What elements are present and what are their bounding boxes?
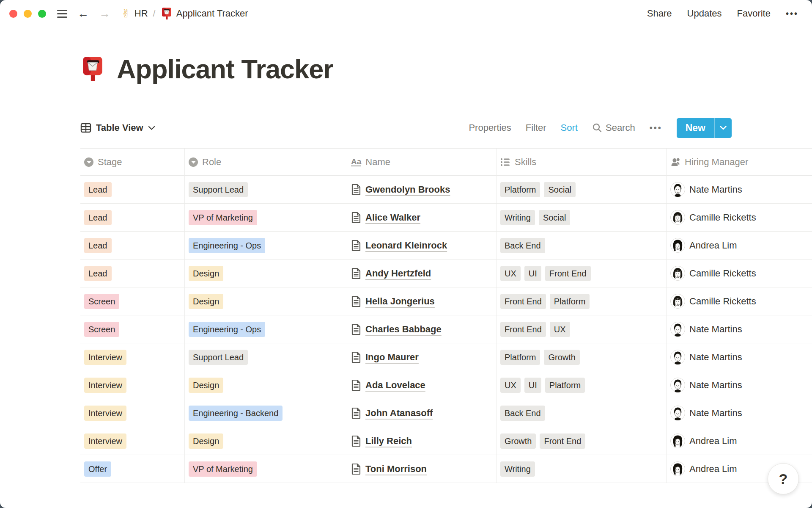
view-more-options-icon[interactable]: ••• — [650, 123, 662, 133]
stage-tag[interactable]: Lead — [84, 238, 112, 253]
stage-tag[interactable]: Interview — [84, 406, 126, 421]
stage-tag[interactable]: Screen — [84, 294, 119, 309]
skill-tag[interactable]: Front End — [545, 266, 591, 281]
name-cell[interactable]: Charles Babbage — [347, 315, 497, 343]
help-button[interactable]: ? — [768, 463, 799, 494]
skill-tag[interactable]: Social — [539, 210, 570, 225]
hiring-manager-cell[interactable]: Camille Ricketts — [667, 260, 812, 287]
name-cell[interactable]: Ada Lovelace — [347, 371, 497, 399]
role-cell[interactable]: Engineering - Backend — [185, 399, 347, 427]
new-record-button[interactable]: New — [677, 118, 732, 138]
role-tag[interactable]: Support Lead — [189, 182, 248, 197]
role-cell[interactable]: Design — [185, 427, 347, 455]
stage-tag[interactable]: Lead — [84, 182, 112, 197]
search-button[interactable]: Search — [592, 122, 635, 133]
column-header-skills[interactable]: Skills — [497, 149, 667, 176]
role-cell[interactable]: Design — [185, 260, 347, 287]
breadcrumb-space[interactable]: HR — [134, 8, 148, 19]
back-button[interactable]: ← — [77, 8, 89, 19]
column-header-hiring-manager[interactable]: Hiring Manager — [667, 149, 812, 176]
role-tag[interactable]: Design — [189, 433, 223, 449]
role-tag[interactable]: VP of Marketing — [189, 210, 257, 225]
hiring-manager-cell[interactable]: Nate Martins — [667, 176, 812, 204]
favorite-button[interactable]: Favorite — [737, 8, 771, 19]
zoom-window-button[interactable] — [38, 10, 46, 18]
new-button-label[interactable]: New — [677, 118, 714, 138]
skill-tag[interactable]: Platform — [500, 182, 540, 197]
skill-tag[interactable]: Back End — [500, 406, 545, 421]
applicant-page-link[interactable]: Leonard Kleinrock — [365, 240, 447, 251]
stage-cell[interactable]: Lead — [80, 232, 185, 260]
skills-cell[interactable]: UXUIPlatform — [497, 371, 667, 399]
skills-cell[interactable]: Front EndUX — [497, 315, 667, 343]
skill-tag[interactable]: Platform — [545, 378, 585, 393]
minimize-window-button[interactable] — [24, 10, 32, 18]
skills-cell[interactable]: Front EndPlatform — [497, 287, 667, 315]
stage-tag[interactable]: Interview — [84, 378, 126, 393]
applicant-page-link[interactable]: Ada Lovelace — [365, 380, 425, 391]
stage-cell[interactable]: Interview — [80, 371, 185, 399]
filter-button[interactable]: Filter — [526, 122, 546, 133]
sort-button[interactable]: Sort — [561, 122, 578, 133]
role-tag[interactable]: Engineering - Ops — [189, 322, 265, 337]
skills-cell[interactable]: PlatformGrowth — [497, 343, 667, 371]
column-header-name[interactable]: Aa Name — [347, 149, 497, 176]
skills-cell[interactable]: Writing — [497, 455, 667, 483]
role-cell[interactable]: VP of Marketing — [185, 204, 347, 232]
skill-tag[interactable]: UX — [550, 322, 570, 337]
skill-tag[interactable]: UI — [524, 266, 541, 281]
stage-cell[interactable]: Lead — [80, 204, 185, 232]
stage-cell[interactable]: Offer — [80, 455, 185, 483]
name-cell[interactable]: John Atanasoff — [347, 399, 497, 427]
name-cell[interactable]: Leonard Kleinrock — [347, 232, 497, 260]
skill-tag[interactable]: Platform — [550, 294, 590, 309]
hiring-manager-cell[interactable]: Camille Ricketts — [667, 287, 812, 315]
close-window-button[interactable] — [9, 10, 17, 18]
applicant-page-link[interactable]: Charles Babbage — [365, 324, 442, 335]
applicant-page-link[interactable]: Hella Jongerius — [365, 296, 435, 307]
role-cell[interactable]: Engineering - Ops — [185, 315, 347, 343]
stage-tag[interactable]: Offer — [84, 461, 111, 477]
applicant-page-link[interactable]: Lilly Reich — [365, 436, 412, 447]
name-cell[interactable]: Andy Hertzfeld — [347, 260, 497, 287]
hiring-manager-cell[interactable]: Nate Martins — [667, 315, 812, 343]
role-tag[interactable]: Support Lead — [189, 350, 248, 365]
stage-cell[interactable]: Interview — [80, 399, 185, 427]
forward-button[interactable]: → — [99, 8, 110, 19]
role-cell[interactable]: VP of Marketing — [185, 455, 347, 483]
stage-cell[interactable]: Screen — [80, 287, 185, 315]
skill-tag[interactable]: UX — [500, 266, 521, 281]
applicant-page-link[interactable]: Ingo Maurer — [365, 352, 419, 363]
stage-cell[interactable]: Lead — [80, 260, 185, 287]
hiring-manager-cell[interactable]: Andrea Lim — [667, 232, 812, 260]
stage-tag[interactable]: Interview — [84, 433, 126, 449]
applicant-page-link[interactable]: Toni Morrison — [365, 464, 427, 475]
skill-tag[interactable]: Growth — [500, 433, 536, 449]
role-tag[interactable]: Engineering - Ops — [189, 238, 265, 253]
breadcrumb-page[interactable]: Applicant Tracker — [176, 8, 248, 19]
skill-tag[interactable]: Writing — [500, 461, 535, 477]
skills-cell[interactable]: GrowthFront End — [497, 427, 667, 455]
stage-tag[interactable]: Lead — [84, 210, 112, 225]
applicant-page-link[interactable]: Alice Walker — [365, 212, 420, 223]
stage-cell[interactable]: Interview — [80, 343, 185, 371]
skill-tag[interactable]: Back End — [500, 238, 545, 253]
hiring-manager-cell[interactable]: Nate Martins — [667, 399, 812, 427]
new-button-dropdown[interactable] — [714, 118, 732, 138]
stage-tag[interactable]: Interview — [84, 350, 126, 365]
stage-cell[interactable]: Screen — [80, 315, 185, 343]
stage-tag[interactable]: Screen — [84, 322, 119, 337]
skill-tag[interactable]: Social — [544, 182, 575, 197]
skills-cell[interactable]: Back End — [497, 399, 667, 427]
skill-tag[interactable]: Writing — [500, 210, 535, 225]
skills-cell[interactable]: Back End — [497, 232, 667, 260]
name-cell[interactable]: Lilly Reich — [347, 427, 497, 455]
role-tag[interactable]: Design — [189, 378, 223, 393]
role-tag[interactable]: Design — [189, 266, 223, 281]
hiring-manager-cell[interactable]: Camille Ricketts — [667, 204, 812, 232]
applicant-page-link[interactable]: John Atanasoff — [365, 408, 433, 419]
name-cell[interactable]: Toni Morrison — [347, 455, 497, 483]
sidebar-menu-icon[interactable] — [57, 10, 67, 18]
column-header-stage[interactable]: Stage — [80, 149, 185, 176]
name-cell[interactable]: Gwendolyn Brooks — [347, 176, 497, 204]
